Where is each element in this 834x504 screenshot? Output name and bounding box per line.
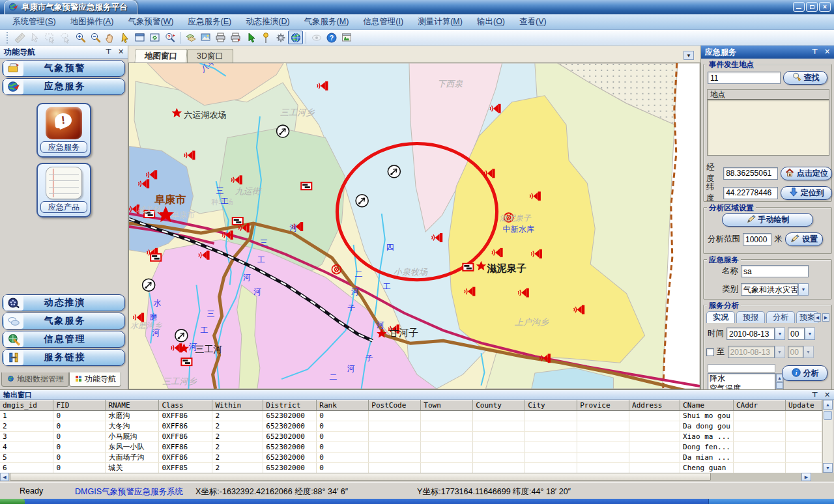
scroll-up-icon[interactable]: ▲ — [823, 400, 833, 410]
chevron-down-icon[interactable]: ▼ — [775, 328, 785, 340]
to-hour-select[interactable]: 00 — [788, 346, 803, 358]
nav-group-navreel[interactable]: 动态推演 — [2, 294, 125, 311]
to-date-select[interactable]: 2010-08-13 — [728, 346, 775, 358]
column-header-County[interactable]: County — [473, 400, 525, 411]
scroll-thumb[interactable] — [824, 411, 832, 420]
table-row[interactable]: 20大冬沟0XFF8626523020000Da dong gou — [0, 421, 822, 432]
set-range-button[interactable]: 设置 — [785, 232, 823, 246]
close-icon[interactable]: ✕ — [822, 390, 832, 400]
toolbar-placemark-icon[interactable] — [258, 31, 273, 44]
table-row[interactable]: 10水磨沟0XFF8626523020000Shui mo gou — [0, 411, 822, 421]
element-list[interactable]: 降水空气温度 — [708, 373, 775, 389]
column-header-District[interactable]: District — [263, 400, 317, 411]
shortcut-product[interactable]: 应急产品 — [36, 163, 91, 217]
close-icon[interactable]: ✕ — [822, 47, 832, 57]
menu-9[interactable]: 输出(O) — [470, 14, 512, 29]
toolbar-help-icon[interactable]: ? — [324, 31, 339, 44]
flag-marker-icon[interactable] — [463, 264, 473, 271]
antenna-marker-icon[interactable] — [143, 279, 155, 291]
antenna-marker-icon[interactable] — [175, 329, 188, 342]
antenna-marker-icon[interactable] — [388, 165, 400, 178]
place-list-header[interactable]: 地点 — [707, 89, 829, 100]
column-header-FID[interactable]: FID — [53, 400, 106, 411]
element-list-item[interactable]: 降水 — [708, 374, 775, 384]
toolbar-globe-services-icon[interactable] — [288, 31, 303, 44]
toolbar-identify-icon[interactable]: ? — [162, 31, 177, 44]
toolbar-zoom-out-icon[interactable] — [87, 31, 102, 44]
table-row[interactable]: 40东风一小队0XFF8626523020000Dong fen... — [0, 442, 822, 453]
manual-draw-button[interactable]: 手动绘制 — [722, 213, 813, 227]
menu-6[interactable]: 气象服务(M) — [297, 14, 356, 29]
scroll-left-icon[interactable]: ◀ — [0, 473, 9, 481]
nav-group-navlink[interactable]: 服务链接 — [2, 349, 125, 366]
toolbar-export-image-icon[interactable] — [198, 31, 213, 44]
output-vertical-scrollbar[interactable]: ▲ ▼ — [822, 400, 833, 473]
column-header-Address[interactable]: Address — [629, 400, 680, 411]
toolbar-pan-icon[interactable] — [102, 31, 117, 44]
column-header-Class[interactable]: Class — [159, 400, 212, 411]
close-button[interactable]: × — [819, 2, 831, 12]
close-icon[interactable]: ✕ — [116, 47, 126, 57]
menu-7[interactable]: 信息管理(I) — [356, 14, 410, 29]
map-tab-3d[interactable]: 3D窗口 — [187, 49, 233, 63]
nav-group-navglobe[interactable]: 应急服务 — [2, 78, 125, 95]
column-header-CAddr[interactable]: CAddr — [733, 400, 785, 411]
toolbar-settings-icon[interactable] — [273, 31, 288, 44]
chevron-down-icon[interactable]: ▼ — [683, 51, 694, 60]
analysis-tab-1[interactable]: 实况 — [706, 311, 735, 323]
scroll-right-icon[interactable]: ▶ — [801, 473, 811, 481]
element-filter-box[interactable] — [708, 364, 775, 372]
toolbar-grip[interactable] — [7, 32, 8, 44]
toolbar-refresh-view-icon[interactable] — [147, 31, 162, 44]
analysis-tab-2[interactable]: 预报 — [736, 311, 765, 323]
service-type-select[interactable]: 气象和洪水灾害 — [741, 283, 798, 296]
toolbar-overview-map-icon[interactable] — [339, 31, 354, 44]
menu-5[interactable]: 动态推演(D) — [238, 14, 296, 29]
scroll-down-icon[interactable]: ▼ — [823, 463, 833, 473]
minimize-button[interactable] — [793, 2, 805, 12]
nav-group-navwarn[interactable]: 气象预警 — [2, 60, 125, 77]
goto-button[interactable]: 定位到 — [781, 186, 831, 200]
latitude-field[interactable] — [723, 187, 778, 199]
pin-icon[interactable]: ⊤ — [810, 390, 820, 400]
table-row[interactable]: 50大面场子沟0XFF8626523020000Da mian ... — [0, 453, 822, 463]
pin-icon[interactable]: ⊤ — [810, 47, 820, 57]
column-header-PostCode[interactable]: PostCode — [369, 400, 421, 411]
tab-scroll-left-icon[interactable]: ◀ — [814, 313, 821, 322]
column-header-Rank[interactable]: Rank — [317, 400, 369, 411]
menu-2[interactable]: 地图操作(A) — [63, 14, 121, 29]
toolbar-full-extent-icon[interactable] — [132, 31, 147, 44]
toolbar-layers-icon[interactable] — [183, 31, 198, 44]
output-table[interactable]: dmgis_idFIDRNAMEClassWithinDistrictRankP… — [0, 400, 822, 473]
toolbar-pointer-icon[interactable] — [117, 31, 132, 44]
output-horizontal-scrollbar[interactable]: ◀ ▶ — [0, 473, 834, 481]
column-header-dmgis_id[interactable]: dmgis_id — [0, 400, 53, 411]
table-row[interactable]: 60城关0XFF8526523020000Cheng guan — [0, 463, 822, 473]
element-list-item[interactable]: 空气温度 — [708, 384, 775, 389]
flag-marker-icon[interactable] — [233, 217, 243, 225]
menu-10[interactable]: 查看(V) — [512, 14, 554, 29]
chevron-down-icon[interactable]: ▼ — [798, 283, 809, 296]
service-name-field[interactable] — [741, 265, 809, 277]
toolbar-go-pointer-icon[interactable] — [243, 31, 258, 44]
place-list[interactable] — [707, 100, 829, 156]
restore-button[interactable] — [806, 2, 818, 12]
toolbar-print-icon[interactable] — [213, 31, 228, 44]
nav-group-navinfo[interactable]: 信息管理 — [2, 331, 125, 348]
column-header-RNAME[interactable]: RNAME — [106, 400, 159, 411]
panel-tab-function-nav[interactable]: 功能导航 — [69, 372, 121, 387]
menu-1[interactable]: 系统管理(S) — [5, 14, 63, 29]
nav-group-navcloud[interactable]: 气象服务 — [2, 313, 125, 329]
toolbar-print-preview-icon[interactable] — [228, 31, 243, 44]
analyze-button[interactable]: i 分析 — [782, 365, 827, 381]
menu-3[interactable]: 气象预警(W) — [121, 14, 180, 29]
column-header-City[interactable]: City — [525, 400, 577, 411]
map-canvas[interactable]: 八斗六运湖农场三工河乡下西泉九运街阜康市城关镇阜康市种羊场滋泥泉子中新水库小泉牧… — [128, 63, 700, 389]
column-header-Update[interactable]: Update — [785, 400, 822, 411]
flag-marker-icon[interactable] — [151, 254, 161, 261]
antenna-marker-icon[interactable] — [277, 125, 289, 137]
longitude-field[interactable] — [723, 167, 778, 180]
menu-4[interactable]: 应急服务(E) — [181, 14, 239, 29]
analysis-tab-3[interactable]: 分析 — [766, 311, 795, 323]
locate-click-button[interactable]: 点击定位 — [781, 167, 831, 180]
